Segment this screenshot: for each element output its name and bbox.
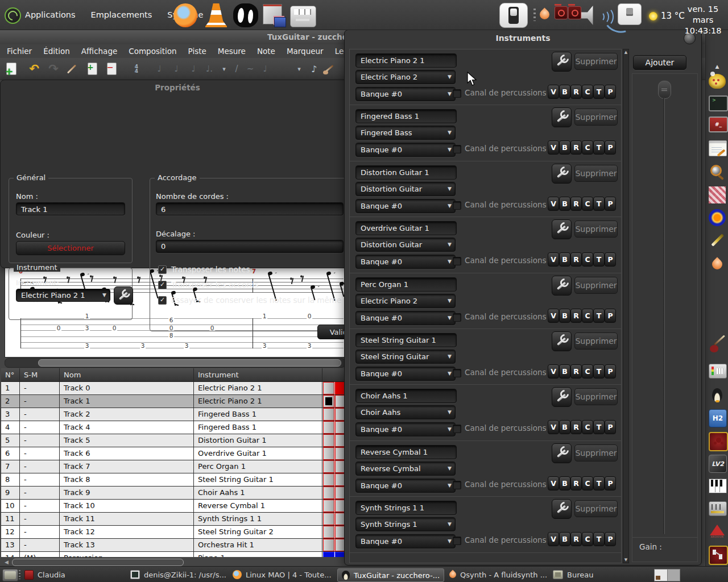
slash-icon[interactable] <box>230 62 243 76</box>
channel-button-b[interactable]: B <box>559 252 570 267</box>
show-desktop-button[interactable] <box>2 569 18 581</box>
note-blue-icon[interactable] <box>307 62 321 76</box>
score-hscrollbar[interactable] <box>5 358 345 368</box>
channel-button-b[interactable]: B <box>559 197 570 211</box>
channel-button-v[interactable]: V <box>548 140 559 155</box>
channel-button-t[interactable]: T <box>593 85 605 99</box>
channel-button-r[interactable]: R <box>570 420 582 434</box>
offset-select[interactable]: 0 <box>156 240 344 253</box>
wrench-button[interactable] <box>552 164 572 184</box>
channel-button-b[interactable]: B <box>559 476 570 490</box>
undo-icon[interactable] <box>27 62 41 76</box>
guitar-dock-icon[interactable] <box>709 336 726 354</box>
gain-slider-track[interactable] <box>663 98 665 534</box>
notepad-icon[interactable] <box>709 140 727 156</box>
h2-icon[interactable] <box>709 409 727 427</box>
measure-cell[interactable] <box>323 552 334 557</box>
dd-arrow-icon[interactable] <box>217 62 231 76</box>
instrument-name-input[interactable]: Synth Strings 1 1 <box>355 501 457 515</box>
bank-select[interactable]: Banque #0 ▼ <box>355 87 456 101</box>
measure-cell[interactable] <box>323 421 334 434</box>
track-row[interactable]: 1 - Track 0 Electric Piano 2 1 <box>1 382 344 395</box>
instrument-name-input[interactable]: Distortion Guitar 1 <box>355 165 457 180</box>
measure-cell[interactable] <box>335 526 344 538</box>
track-row[interactable]: 11 - Track 11 Synth Strings 1 1 <box>1 513 344 526</box>
channel-button-b[interactable]: B <box>559 85 570 99</box>
channel-button-r[interactable]: R <box>570 140 582 155</box>
channel-button-t[interactable]: T <box>593 420 605 434</box>
channel-button-v[interactable]: V <box>548 85 559 99</box>
channel-button-p[interactable]: P <box>605 85 616 99</box>
track-row[interactable]: 14 (M) Percussion Piano 1 <box>1 552 344 557</box>
channel-button-t[interactable]: T <box>593 364 605 379</box>
instrument-select[interactable]: Electric Piano 2 ▼ <box>355 70 456 84</box>
channel-button-c[interactable]: C <box>582 420 593 434</box>
measure-cell[interactable] <box>323 526 334 538</box>
droplet-icon[interactable] <box>709 256 726 273</box>
scrollbar-thumb[interactable] <box>12 559 184 566</box>
track-row[interactable]: 8 - Track 8 Steel String Guitar 1 <box>1 473 344 487</box>
bank-select[interactable]: Banque #0 ▼ <box>355 255 456 269</box>
lv2-icon[interactable] <box>709 455 727 473</box>
measure-cell[interactable] <box>323 382 334 394</box>
bank-select[interactable]: Banque #0 ▼ <box>355 422 456 436</box>
taskbar-item[interactable]: denis@Zikii-1: /usr/s... <box>126 568 230 581</box>
measure-cell[interactable] <box>335 487 344 499</box>
mixer2-icon[interactable] <box>709 501 727 516</box>
qsynth-tray-icon[interactable] <box>537 7 551 21</box>
instrument-name-input[interactable]: Choir Aahs 1 <box>355 389 457 403</box>
measure-cell[interactable] <box>335 434 344 447</box>
wrench-button[interactable] <box>552 387 572 407</box>
menu-item[interactable]: Mesure <box>212 45 251 57</box>
wrench-button[interactable] <box>552 219 572 239</box>
workspace-switcher[interactable] <box>654 569 680 581</box>
measure-cell[interactable] <box>323 408 334 421</box>
channel-button-c[interactable]: C <box>582 309 593 323</box>
percussion-checkbox[interactable] <box>453 89 461 98</box>
wrench-button[interactable] <box>552 331 572 351</box>
channel-button-b[interactable]: B <box>559 364 570 379</box>
wrench-button[interactable] <box>552 499 572 519</box>
channel-button-t[interactable]: T <box>593 309 605 323</box>
scroll-down-icon[interactable]: ▼ <box>623 558 628 562</box>
measure-cell[interactable] <box>323 487 334 499</box>
tilde-icon[interactable] <box>243 62 257 76</box>
instrument-select[interactable]: Fingered Bass ▼ <box>355 126 456 140</box>
checkbox-checked-icon[interactable]: ✓ <box>158 296 167 305</box>
channel-button-r[interactable]: R <box>570 532 582 546</box>
channel-button-c[interactable]: C <box>582 252 593 267</box>
track-row[interactable]: 12 - Track 12 Steel String Guitar 2 <box>1 526 344 539</box>
channel-button-p[interactable]: P <box>605 309 616 323</box>
add-button[interactable]: Ajouter <box>633 55 686 70</box>
bank-select[interactable]: Banque #0 ▼ <box>355 199 456 213</box>
percussion-checkbox[interactable] <box>453 313 461 322</box>
dotted-note-icon[interactable] <box>202 62 216 76</box>
instrument-name-input[interactable]: Electric Piano 2 1 <box>355 53 457 68</box>
channel-button-p[interactable]: P <box>605 532 616 546</box>
instruments-vscrollbar[interactable]: ▲ ▼ <box>623 49 629 563</box>
channel-button-v[interactable]: V <box>548 532 559 546</box>
noteq-icon[interactable] <box>258 62 272 76</box>
menu-item[interactable]: Affichage <box>76 45 123 57</box>
delete-button[interactable]: Supprimer <box>574 221 618 238</box>
channel-button-c[interactable]: C <box>582 140 593 155</box>
channel-button-c[interactable]: C <box>582 476 593 490</box>
channel-button-c[interactable]: C <box>582 85 593 99</box>
pen-icon[interactable] <box>709 232 726 249</box>
taskbar-item[interactable]: TuxGuitar - zucchero-... <box>337 568 444 582</box>
table-hscrollbar[interactable]: ◀ <box>5 558 342 566</box>
measure-cell[interactable] <box>335 408 344 421</box>
track-row[interactable]: 3 - Track 2 Fingered Bass 1 <box>1 408 344 421</box>
patchbay-icon[interactable] <box>709 546 728 565</box>
channel-button-v[interactable]: V <box>548 309 559 323</box>
remove-measure-icon[interactable] <box>105 62 118 76</box>
channel-button-v[interactable]: V <box>548 364 559 379</box>
bank-select[interactable]: Banque #0 ▼ <box>355 534 456 548</box>
clock[interactable]: ven. 15 mars 10:43:18 <box>681 4 725 36</box>
channel-button-t[interactable]: T <box>593 140 605 155</box>
channel-button-t[interactable]: T <box>593 532 605 546</box>
measure-cell[interactable] <box>323 460 334 473</box>
channel-button-r[interactable]: R <box>570 252 582 267</box>
bank-select[interactable]: Banque #0 ▼ <box>355 311 456 325</box>
track-row[interactable]: 4 - Track 4 Fingered Bass 1 <box>1 421 344 434</box>
